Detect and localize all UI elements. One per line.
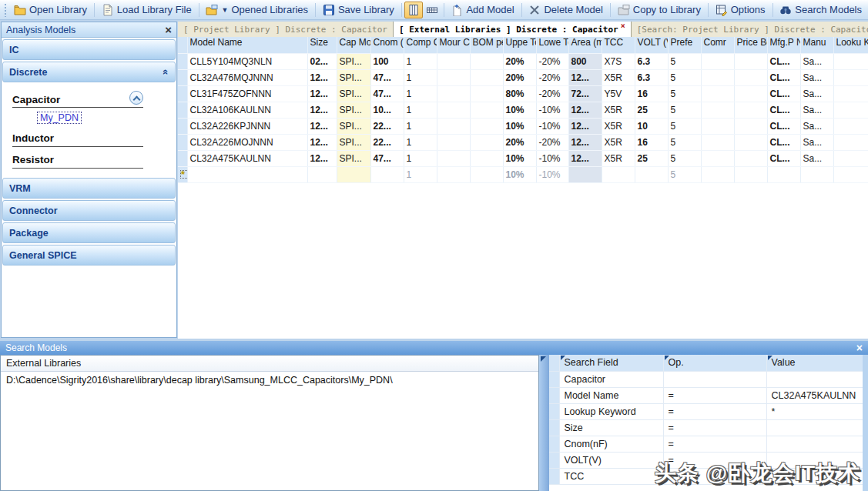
model-cell[interactable]: 800 [568, 53, 602, 69]
sidebar-item-connector[interactable]: Connector [2, 200, 176, 221]
opened-libraries-button[interactable]: ▼ Opened Libraries [201, 2, 313, 18]
sidebar-item-my-pdn[interactable]: My_PDN [37, 112, 82, 124]
model-cell[interactable]: 5 [668, 69, 701, 85]
model-cell[interactable] [833, 85, 868, 102]
model-cell[interactable]: Sa... [800, 69, 833, 85]
model-cell[interactable]: SPI... [337, 134, 370, 150]
search-cell[interactable] [766, 371, 863, 387]
open-library-button[interactable]: Open Library [9, 2, 92, 18]
model-cell[interactable]: 1 [404, 118, 437, 134]
search-criteria-row[interactable]: Model Name=CL32A475KAULNN [549, 387, 863, 403]
model-cell[interactable] [437, 150, 470, 166]
search-grid-header[interactable]: Value [766, 355, 863, 371]
model-cell[interactable]: 16 [635, 134, 668, 150]
horizontal-view-toggle-button[interactable] [423, 2, 441, 18]
model-cell[interactable]: 1 [404, 53, 437, 69]
column-header[interactable]: BOM penal Cost [470, 37, 503, 53]
model-cell[interactable]: X5R [602, 118, 635, 134]
model-cell[interactable] [701, 85, 734, 102]
model-cell[interactable]: CL... [767, 85, 800, 102]
model-cell[interactable] [800, 166, 833, 182]
model-cell[interactable]: -10% [536, 118, 568, 134]
toolbar-grip[interactable] [4, 3, 7, 17]
column-header[interactable]: VOLT (V) [635, 37, 668, 53]
tab-project-library[interactable]: [ Project Library ] Discrete : Capacitor [178, 23, 393, 37]
model-cell[interactable]: 80% [503, 85, 536, 102]
model-cell[interactable] [437, 166, 470, 182]
model-cell[interactable]: 10% [503, 102, 536, 118]
column-header[interactable]: Manu [800, 37, 833, 53]
model-cell[interactable] [470, 166, 503, 182]
model-cell[interactable]: CL31F475ZOFNNN [187, 85, 307, 102]
column-header[interactable]: Size [307, 37, 337, 53]
model-cell[interactable]: CL... [767, 118, 800, 134]
model-cell[interactable] [437, 69, 470, 85]
row-header[interactable] [178, 53, 187, 69]
model-cell[interactable]: 5 [668, 85, 701, 102]
model-cell[interactable] [734, 102, 767, 118]
model-cell[interactable]: 5 [668, 102, 701, 118]
model-cell[interactable] [833, 150, 868, 166]
model-cell[interactable]: CL32A475KAULNN [187, 150, 307, 166]
model-cell[interactable] [437, 118, 470, 134]
model-cell[interactable] [701, 150, 734, 166]
model-cell[interactable]: Y5V [602, 85, 635, 102]
model-cell[interactable] [833, 53, 868, 69]
column-header[interactable]: Price Book [734, 37, 767, 53]
model-cell[interactable] [701, 102, 734, 118]
model-cell[interactable] [701, 69, 734, 85]
panel-close-icon[interactable]: × [856, 342, 863, 354]
library-path-item[interactable]: D:\Cadence\Sigrity2016\share\library\dec… [1, 372, 538, 389]
sidebar-item-package[interactable]: Package [2, 222, 176, 243]
model-cell[interactable]: SPI... [337, 102, 370, 118]
model-cell[interactable]: 5 [668, 166, 701, 182]
model-cell[interactable]: CLL5Y104MQ3NLN [187, 53, 307, 69]
column-header[interactable]: Model Name [187, 37, 307, 53]
model-cell[interactable] [701, 134, 734, 150]
model-cell[interactable] [734, 85, 767, 102]
search-grid-header[interactable]: Op. [663, 355, 766, 371]
model-cell[interactable]: 22... [370, 118, 404, 134]
delete-model-button[interactable]: Delete Model [524, 2, 608, 18]
model-cell[interactable]: 12... [307, 118, 337, 134]
search-category-label[interactable]: Capacitor [559, 371, 663, 387]
model-cell[interactable]: Sa... [800, 150, 833, 166]
model-cell[interactable]: 1 [404, 102, 437, 118]
column-header[interactable]: Mfg.P No. [767, 37, 800, 53]
model-cell[interactable]: 47... [370, 69, 404, 85]
model-cell[interactable] [437, 134, 470, 150]
row-header[interactable] [178, 150, 187, 166]
model-cell[interactable]: 6.3 [635, 53, 668, 69]
model-cell[interactable]: 25 [635, 150, 668, 166]
model-cell[interactable]: 20% [503, 134, 536, 150]
model-cell[interactable] [833, 166, 868, 182]
model-cell[interactable] [470, 85, 503, 102]
model-cell[interactable]: -20% [536, 85, 568, 102]
model-row[interactable]: CL32A226MOJNNN12...SPI...22...120%-20%12… [178, 134, 868, 150]
model-cell[interactable]: X5R [602, 134, 635, 150]
model-cell[interactable]: SPI... [337, 85, 370, 102]
model-cell[interactable]: 1 [404, 166, 437, 182]
model-cell[interactable] [734, 118, 767, 134]
model-cell[interactable]: 100 [370, 53, 404, 69]
search-value-cell[interactable] [766, 419, 863, 436]
model-cell[interactable]: SPI... [337, 150, 370, 166]
model-cell[interactable] [470, 102, 503, 118]
model-cell[interactable]: Sa... [800, 134, 833, 150]
sidebar-item-ic[interactable]: IC [2, 39, 176, 60]
model-cell[interactable] [307, 166, 337, 182]
search-criteria-row[interactable]: Cnom(nF)= [549, 436, 863, 452]
search-field-cell[interactable]: Model Name [559, 387, 663, 403]
model-cell[interactable] [833, 102, 868, 118]
model-cell[interactable]: 5 [668, 53, 701, 69]
row-header[interactable]: * [178, 166, 187, 182]
column-header[interactable]: TCC [602, 37, 635, 53]
search-field-cell[interactable]: Lookup Keyword [559, 403, 663, 419]
search-criteria-row[interactable]: Lookup Keyword=* [549, 403, 863, 419]
model-cell[interactable] [470, 53, 503, 69]
model-cell[interactable]: 12... [568, 118, 602, 134]
column-header[interactable]: Cap Mode [337, 37, 370, 53]
model-cell[interactable] [701, 166, 734, 182]
sidebar-item-capacitor[interactable]: Capacitor [12, 91, 143, 108]
model-cell[interactable]: Sa... [800, 118, 833, 134]
